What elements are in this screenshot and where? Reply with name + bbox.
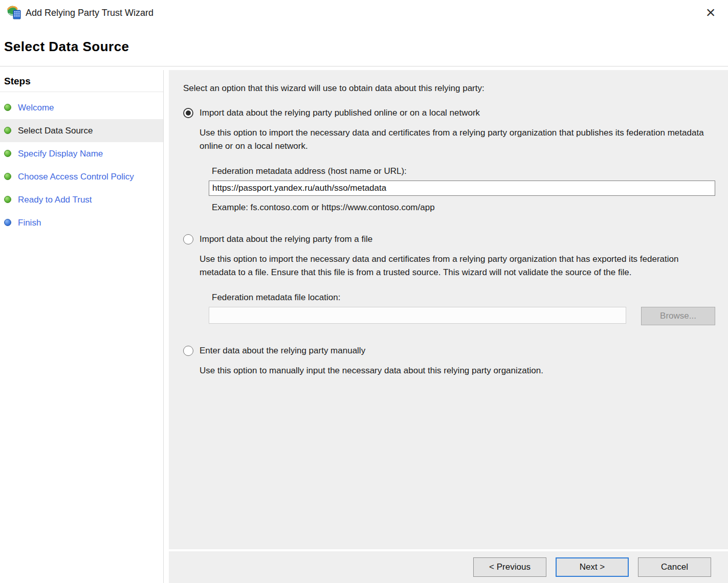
step-specify-display-name[interactable]: Specify Display Name [0, 142, 163, 165]
radio-selected-icon[interactable] [183, 108, 193, 118]
step-welcome[interactable]: Welcome [0, 96, 163, 119]
enter-manually-description: Use this option to manually input the ne… [200, 364, 716, 377]
page-title: Select Data Source [4, 39, 129, 55]
metadata-address-label: Federation metadata address (host name o… [212, 166, 716, 176]
step-label: Choose Access Control Policy [18, 171, 134, 183]
metadata-address-input[interactable] [209, 181, 715, 196]
intro-text: Select an option that this wizard will u… [183, 83, 716, 94]
step-select-data-source[interactable]: Select Data Source [0, 119, 163, 142]
footer-button-bar: < Previous Next > Cancel [169, 551, 728, 583]
step-ready-to-add-trust[interactable]: Ready to Add Trust [0, 188, 163, 211]
main-content: Select an option that this wizard will u… [169, 70, 728, 549]
step-done-icon [4, 104, 11, 111]
app-icon [7, 5, 22, 20]
radio-import-file[interactable]: Import data about the relying party from… [183, 234, 716, 244]
cancel-button[interactable]: Cancel [638, 557, 711, 577]
step-done-icon [4, 127, 11, 134]
radio-enter-manually[interactable]: Enter data about the relying party manua… [183, 346, 716, 356]
step-label: Welcome [18, 102, 54, 114]
step-done-icon [4, 150, 11, 157]
radio-unselected-icon[interactable] [183, 346, 193, 356]
steps-sidebar: Steps Welcome Select Data Source Specify… [0, 70, 164, 583]
header-divider [0, 66, 728, 66]
radio-unselected-icon[interactable] [183, 234, 193, 244]
metadata-file-row: Browse... [209, 307, 716, 325]
title-bar: Add Relying Party Trust Wizard × [0, 0, 728, 26]
next-button[interactable]: Next > [556, 557, 629, 577]
step-label: Select Data Source [18, 125, 93, 137]
radio-import-online-label[interactable]: Import data about the relying party publ… [200, 108, 480, 118]
close-icon[interactable]: × [700, 1, 721, 24]
import-file-description: Use this option to import the necessary … [200, 253, 716, 279]
step-finish[interactable]: Finish [0, 211, 163, 234]
metadata-file-input[interactable] [209, 307, 626, 324]
step-upcoming-icon [4, 219, 11, 226]
step-done-icon [4, 196, 11, 203]
step-label: Specify Display Name [18, 148, 103, 160]
steps-heading: Steps [0, 70, 163, 92]
metadata-address-example: Example: fs.contoso.com or https://www.c… [212, 203, 716, 213]
browse-button[interactable]: Browse... [641, 307, 715, 325]
radio-enter-manually-label[interactable]: Enter data about the relying party manua… [200, 346, 365, 356]
window-title: Add Relying Party Trust Wizard [26, 0, 153, 26]
import-online-description: Use this option to import the necessary … [200, 126, 716, 153]
step-label: Ready to Add Trust [18, 194, 92, 206]
step-done-icon [4, 173, 11, 180]
steps-list: Welcome Select Data Source Specify Displ… [0, 92, 163, 234]
metadata-file-label: Federation metadata file location: [212, 293, 716, 303]
previous-button[interactable]: < Previous [473, 557, 546, 577]
step-label: Finish [18, 217, 41, 229]
radio-import-online[interactable]: Import data about the relying party publ… [183, 108, 716, 118]
radio-import-file-label[interactable]: Import data about the relying party from… [200, 234, 372, 244]
step-choose-access-control-policy[interactable]: Choose Access Control Policy [0, 165, 163, 188]
